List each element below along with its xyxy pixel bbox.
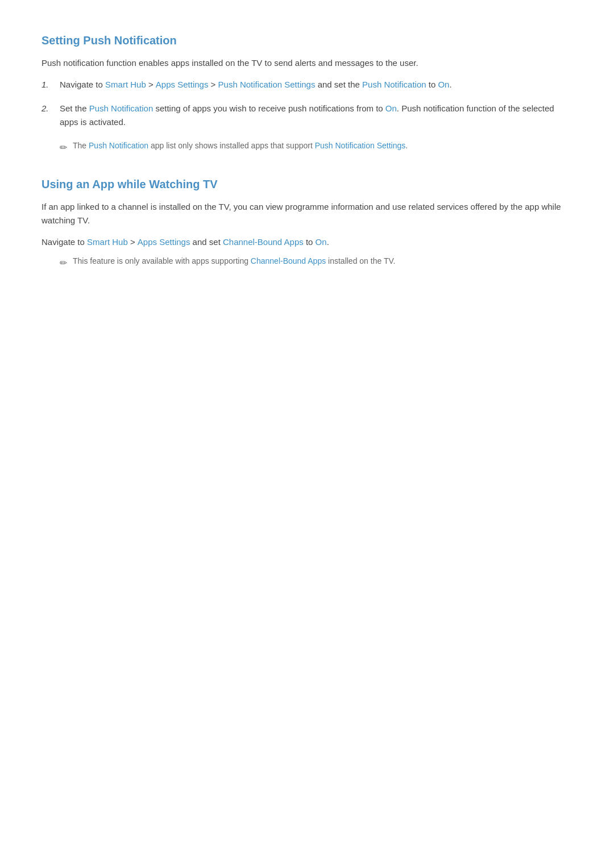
step-2-number: 2. [42, 102, 60, 115]
section1-note: ✏ The Push Notification app list only sh… [60, 139, 572, 155]
section2-note: ✏ This feature is only available with ap… [60, 255, 572, 271]
pencil-icon-2: ✏ [60, 256, 67, 271]
section1-title: Setting Push Notification [42, 34, 572, 47]
step2-push-notification: Push Notification [89, 103, 154, 113]
step-1-text: Navigate to Smart Hub > Apps Settings > … [60, 78, 572, 92]
step1-apps-settings: Apps Settings [156, 80, 209, 89]
step2-on: On [385, 103, 397, 113]
section2-description: If an app linked to a channel is install… [42, 200, 572, 227]
nav-channel-bound-apps: Channel-Bound Apps [223, 237, 304, 247]
step-2: 2. Set the Push Notification setting of … [42, 102, 572, 129]
steps-list: 1. Navigate to Smart Hub > Apps Settings… [42, 78, 572, 129]
pencil-icon: ✏ [60, 140, 67, 155]
nav-smart-hub: Smart Hub [87, 237, 128, 247]
step-2-text: Set the Push Notification setting of app… [60, 102, 572, 129]
section1-note-text: The Push Notification app list only show… [73, 139, 572, 152]
step1-push-notification-settings: Push Notification Settings [218, 80, 316, 89]
step1-smart-hub: Smart Hub [105, 80, 146, 89]
step1-push-notification: Push Notification [362, 80, 426, 89]
note2-channel-bound-apps: Channel-Bound Apps [251, 256, 326, 265]
note1-push-notification-settings: Push Notification Settings [315, 141, 406, 150]
section1-description: Push notification function enables apps … [42, 56, 572, 70]
section-channel-bound-apps: Using an App while Watching TV If an app… [42, 178, 572, 271]
section2-title: Using an App while Watching TV [42, 178, 572, 191]
nav-on: On [316, 237, 327, 247]
step1-on: On [438, 80, 449, 89]
section2-note-text: This feature is only available with apps… [73, 255, 572, 267]
section2-navigate: Navigate to Smart Hub > Apps Settings an… [42, 235, 572, 249]
nav-apps-settings: Apps Settings [138, 237, 190, 247]
step-1: 1. Navigate to Smart Hub > Apps Settings… [42, 78, 572, 92]
step-1-number: 1. [42, 78, 60, 92]
section-push-notification: Setting Push Notification Push notificat… [42, 34, 572, 155]
note1-push-notification: Push Notification [89, 141, 148, 150]
